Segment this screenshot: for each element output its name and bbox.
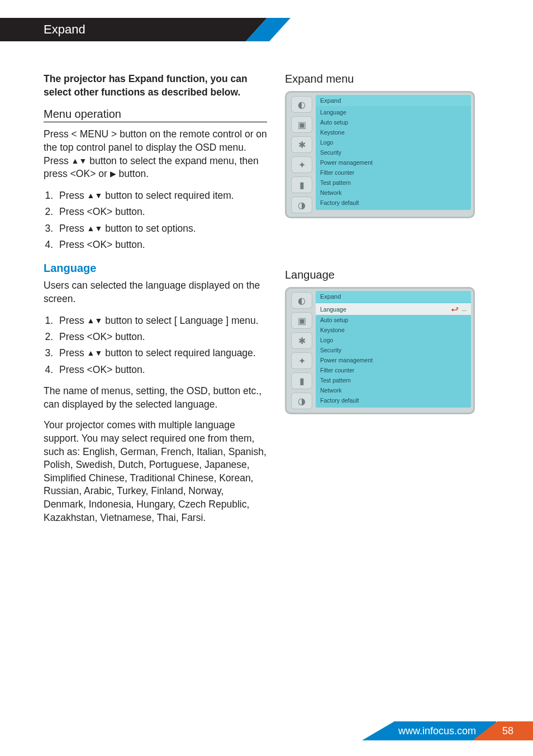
osd-item-power-management[interactable]: Power management bbox=[316, 157, 471, 168]
list-item: Press ▲▼ button to select [ Language ] m… bbox=[56, 314, 267, 328]
osd-item-auto-setup[interactable]: Auto setup bbox=[316, 315, 471, 325]
up-down-arrows-icon: ▲▼ bbox=[87, 348, 103, 357]
page-header: Expand bbox=[0, 18, 533, 41]
menu-operation-steps: Press ▲▼ button to select required item.… bbox=[44, 189, 267, 252]
memory-icon: ▮ bbox=[291, 372, 312, 389]
screen-icon: ▣ bbox=[291, 116, 312, 133]
osd-item-factory-default[interactable]: Factory default bbox=[316, 198, 471, 208]
osd-item-label: Network bbox=[320, 189, 342, 196]
step-prefix: Press bbox=[59, 223, 87, 234]
osd-panel-language: ◐ ▣ ✱ ✦ ▮ ◑ Expand Language ⮐ ... Auto s… bbox=[285, 287, 475, 414]
screen-icon: ▣ bbox=[291, 312, 312, 329]
list-item: Press <OK> button. bbox=[56, 238, 267, 252]
osd-item-label: Test pattern bbox=[320, 377, 351, 384]
list-item: Press ▲▼ button to select required item. bbox=[56, 189, 267, 203]
page-footer: www.infocus.com 58 bbox=[362, 721, 533, 740]
osd-item-language[interactable]: Language bbox=[316, 107, 471, 117]
osd-item-language[interactable]: Language ⮐ ... bbox=[316, 303, 471, 315]
osd-item-network[interactable]: Network bbox=[316, 385, 471, 395]
osd-item-logo[interactable]: Logo bbox=[316, 137, 471, 147]
expand-icon: ✦ bbox=[291, 156, 312, 173]
osd-item-label: Network bbox=[320, 387, 342, 394]
osd-item-test-pattern[interactable]: Test pattern bbox=[316, 375, 471, 385]
osd-item-auto-setup[interactable]: Auto setup bbox=[316, 117, 471, 127]
list-item: Press <OK> button. bbox=[56, 330, 267, 344]
osd-item-label: Test pattern bbox=[320, 179, 351, 186]
up-down-arrows-icon: ▲▼ bbox=[87, 316, 103, 325]
right-arrow-icon: ▶ bbox=[110, 169, 116, 178]
osd-item-label: Keystone bbox=[320, 129, 345, 136]
language-para1: Users can selected the language displaye… bbox=[44, 279, 267, 305]
settings-icon: ✱ bbox=[291, 136, 312, 153]
osd-item-test-pattern[interactable]: Test pattern bbox=[316, 178, 471, 188]
page-number-text: 58 bbox=[502, 725, 513, 737]
osd-item-security[interactable]: Security bbox=[316, 147, 471, 157]
osd-item-filter-counter[interactable]: Filter counter bbox=[316, 168, 471, 178]
right-column: Expand menu ◐ ▣ ✱ ✦ ▮ ◑ Expand Language … bbox=[285, 73, 489, 532]
osd-item-label: Auto setup bbox=[320, 317, 348, 323]
list-item: Press <OK> button. bbox=[56, 205, 267, 219]
osd-item-label: Power management bbox=[320, 159, 373, 166]
osd-item-label: Factory default bbox=[320, 397, 359, 404]
up-down-arrows-icon: ▲▼ bbox=[87, 224, 103, 233]
osd1-title: Expand menu bbox=[285, 73, 489, 85]
step-suffix: button to select required language. bbox=[102, 347, 255, 358]
osd-item-label: Power management bbox=[320, 357, 373, 363]
osd-menu-head: Expand bbox=[316, 95, 471, 106]
page-number: 58 bbox=[497, 721, 533, 740]
osd-item-label: Filter counter bbox=[320, 169, 354, 176]
menu-operation-heading: Menu operation bbox=[44, 108, 267, 122]
settings-icon: ✱ bbox=[291, 332, 312, 349]
osd-item-keystone[interactable]: Keystone bbox=[316, 325, 471, 335]
step-prefix: Press bbox=[59, 315, 87, 326]
image-icon: ◐ bbox=[291, 96, 312, 113]
intro-text: The projector has Expand function, you c… bbox=[44, 73, 267, 99]
osd-item-label: Language bbox=[320, 306, 346, 313]
osd-item-label: Logo bbox=[320, 337, 333, 343]
content-area: The projector has Expand function, you c… bbox=[0, 41, 533, 532]
osd-item-label: Logo bbox=[320, 139, 333, 146]
language-steps: Press ▲▼ button to select [ Language ] m… bbox=[44, 314, 267, 377]
osd-item-factory-default[interactable]: Factory default bbox=[316, 395, 471, 405]
osd-icon-column: ◐ ▣ ✱ ✦ ▮ ◑ bbox=[287, 289, 316, 413]
osd-item-label: Security bbox=[320, 347, 341, 353]
language-heading: Language bbox=[44, 262, 267, 275]
osd-menu: Expand Language ⮐ ... Auto setup Keyston… bbox=[316, 291, 471, 410]
osd-menu-body: Language ⮐ ... Auto setup Keystone Logo … bbox=[316, 302, 471, 408]
osd-item-security[interactable]: Security bbox=[316, 345, 471, 355]
osd-item-logo[interactable]: Logo bbox=[316, 335, 471, 345]
up-down-arrows-icon: ▲▼ bbox=[72, 156, 87, 165]
step-prefix: Press bbox=[59, 347, 87, 358]
osd-item-keystone[interactable]: Keystone bbox=[316, 127, 471, 137]
list-item: Press <OK> button. bbox=[56, 363, 267, 377]
section-title-text: Expand bbox=[44, 22, 85, 37]
info-icon: ◑ bbox=[291, 197, 312, 213]
menu-op-suffix: button. bbox=[116, 168, 149, 179]
osd-item-label: Language bbox=[320, 109, 346, 116]
osd-item-value: ... bbox=[462, 306, 467, 312]
osd-item-label: Security bbox=[320, 149, 341, 156]
osd-panel-expand: ◐ ▣ ✱ ✦ ▮ ◑ Expand Language Auto setup K… bbox=[285, 91, 475, 218]
left-column: The projector has Expand function, you c… bbox=[44, 73, 267, 532]
osd-item-power-management[interactable]: Power management bbox=[316, 355, 471, 365]
language-para3: Your projector comes with multiple langu… bbox=[44, 419, 267, 524]
osd-item-label: Filter counter bbox=[320, 367, 354, 374]
osd-menu-body: Language Auto setup Keystone Logo Securi… bbox=[316, 106, 471, 210]
section-title: Expand bbox=[0, 18, 267, 41]
language-para2: The name of menus, setting, the OSD, but… bbox=[44, 385, 267, 411]
footer-url-text: www.infocus.com bbox=[398, 725, 476, 737]
step-prefix: Press bbox=[59, 190, 87, 201]
osd-item-label: Keystone bbox=[320, 327, 345, 333]
up-down-arrows-icon: ▲▼ bbox=[87, 191, 103, 200]
osd-menu: Expand Language Auto setup Keystone Logo… bbox=[316, 95, 471, 214]
osd-item-filter-counter[interactable]: Filter counter bbox=[316, 365, 471, 375]
osd-item-network[interactable]: Network bbox=[316, 188, 471, 198]
image-icon: ◐ bbox=[291, 292, 312, 309]
expand-icon: ✦ bbox=[291, 352, 312, 369]
memory-icon: ▮ bbox=[291, 176, 312, 193]
menu-operation-para: Press < MENU > button on the remote cont… bbox=[44, 128, 267, 181]
info-icon: ◑ bbox=[291, 393, 312, 409]
list-item: Press ▲▼ button to select required langu… bbox=[56, 346, 267, 360]
step-suffix: button to select [ Language ] menu. bbox=[102, 315, 258, 326]
footer-accent-blue bbox=[362, 721, 394, 740]
